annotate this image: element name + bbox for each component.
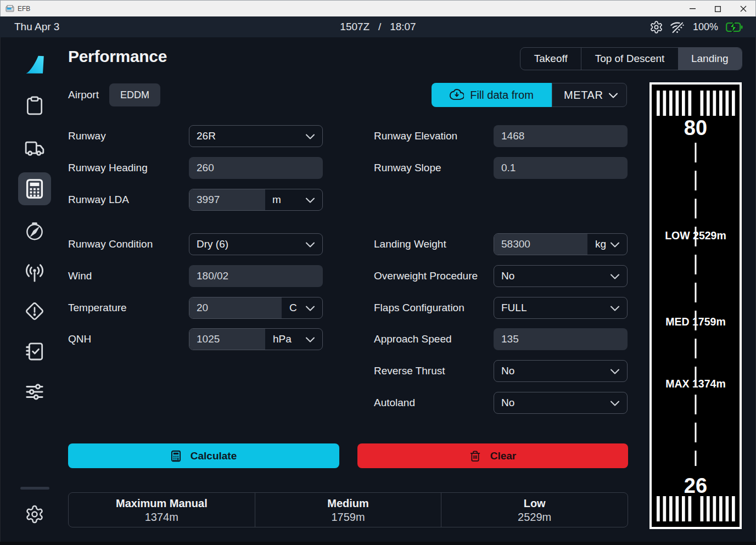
svg-text:26: 26 bbox=[684, 474, 707, 497]
svg-text:80: 80 bbox=[684, 116, 707, 139]
svg-text:MED 1759m: MED 1759m bbox=[665, 316, 725, 328]
svg-text:MAX 1374m: MAX 1374m bbox=[665, 378, 725, 390]
svg-text:LOW 2529m: LOW 2529m bbox=[665, 229, 726, 241]
